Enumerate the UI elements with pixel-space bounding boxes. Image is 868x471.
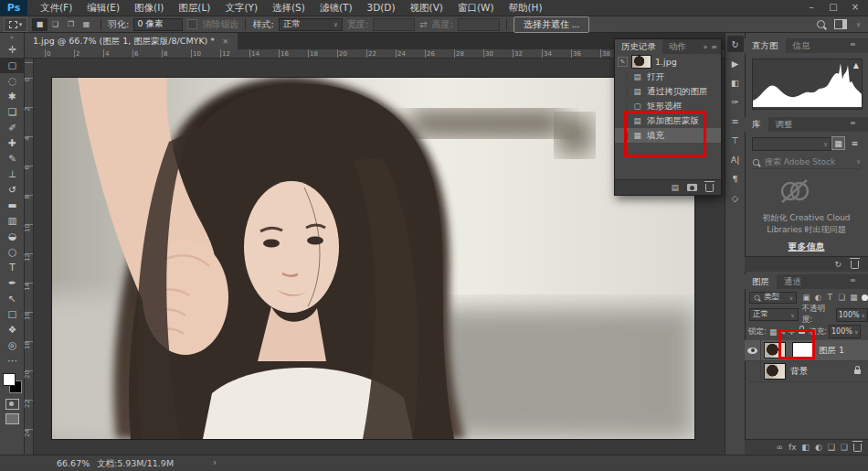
layer-thumbnail[interactable] (764, 363, 786, 380)
add-layer-mask-icon[interactable]: ◧ (801, 443, 810, 452)
clone-stamp-tool[interactable]: ⊥ (0, 166, 25, 182)
close-button[interactable]: × (844, 0, 866, 15)
subtract-selection-mode[interactable]: ❐ (63, 18, 79, 31)
filter-type-layers-icon[interactable]: T (824, 293, 835, 302)
library-select[interactable]: ∨ (752, 137, 831, 151)
menu-item[interactable]: 文字(Y) (217, 0, 265, 16)
history-panel-icon[interactable]: ↻ (727, 36, 744, 52)
character-panel-icon[interactable]: A| (727, 151, 744, 167)
lock-transparency-icon[interactable]: ▦ (769, 327, 777, 337)
panel-menu-icon[interactable]: ≡ (850, 119, 861, 127)
menu-item[interactable]: 文件(F) (33, 0, 79, 16)
status-flyout-icon[interactable]: › (213, 457, 217, 467)
history-item[interactable]: ▤ 通过拷贝的图层 (615, 84, 721, 99)
tab-info[interactable]: 信息 (786, 38, 818, 53)
delete-library-icon[interactable] (851, 261, 859, 269)
menu-item[interactable]: 选择(S) (265, 0, 312, 16)
maximize-button[interactable]: □ (822, 0, 844, 15)
feather-input[interactable] (133, 18, 183, 31)
foreground-color-swatch[interactable] (3, 373, 16, 386)
tab-actions[interactable]: 动作 (662, 39, 693, 54)
new-selection-mode[interactable]: ■ (32, 18, 48, 31)
delete-state-icon[interactable] (705, 184, 714, 192)
link-layers-icon[interactable]: ∞ (776, 443, 783, 452)
panel-menu-icon[interactable]: ≡ (711, 43, 717, 51)
tab-histogram[interactable]: 直方图 (745, 38, 786, 53)
menu-item[interactable]: 图层(L) (171, 0, 217, 16)
adjustment-layer-icon[interactable]: ◐ (815, 443, 822, 452)
history-source-checkbox[interactable] (619, 73, 628, 81)
tool-preset-picker[interactable]: ▾ (4, 17, 27, 32)
filter-smart-objects-icon[interactable]: ▦ (848, 293, 859, 302)
blur-tool[interactable]: ◒ (0, 229, 25, 244)
eyedropper-tool[interactable]: ✐ (0, 120, 25, 135)
type-tool[interactable]: T (0, 260, 25, 275)
filter-pixel-layers-icon[interactable]: ▣ (800, 293, 811, 302)
tab-adjustments[interactable]: 调整 (768, 117, 800, 132)
tool-presets-panel-icon[interactable]: ✑ (727, 93, 744, 110)
swap-width-height-icon[interactable]: ⇄ (419, 19, 427, 29)
stock-search-field[interactable]: 搜索 Adobe Stock ∨ (752, 155, 861, 169)
brush-tool[interactable]: ✎ (0, 151, 25, 166)
history-brush-tool[interactable]: ↺ (0, 182, 25, 198)
move-tool[interactable]: ✛ (0, 42, 25, 58)
new-snapshot-icon[interactable] (687, 184, 697, 191)
opacity-select[interactable]: 100% ∨ (836, 308, 868, 322)
collapse-panel-icon[interactable]: » (703, 43, 707, 51)
menu-item[interactable]: 3D(D) (359, 0, 402, 16)
height-input[interactable] (458, 18, 500, 31)
menu-item[interactable]: 图像(I) (127, 0, 171, 16)
rectangle-tool[interactable]: □ (0, 306, 25, 322)
select-and-mask-button[interactable]: 选择并遮住 ... (513, 16, 589, 33)
panel-menu-icon[interactable]: ≡ (850, 40, 861, 48)
history-brush-source-icon[interactable]: ✎ (618, 57, 628, 67)
new-document-from-state-icon[interactable]: ▤ (671, 183, 679, 192)
properties-panel-icon[interactable]: ≡ (727, 112, 744, 129)
close-tab-icon[interactable]: × (222, 37, 229, 46)
edit-toolbar-button[interactable]: ⋯ (0, 353, 25, 369)
eraser-tool[interactable]: ▬ (0, 198, 25, 213)
add-selection-mode[interactable]: ❏ (48, 18, 63, 31)
rectangular-marquee-tool[interactable]: ▢ (0, 58, 25, 73)
lasso-tool[interactable]: ◌ (0, 73, 25, 89)
layer-group-icon[interactable]: ❑ (828, 443, 835, 452)
search-icon[interactable] (817, 20, 825, 28)
delete-layer-icon[interactable] (853, 444, 862, 452)
3d-panel-icon[interactable]: ◇ (727, 189, 744, 206)
filter-adjustment-layers-icon[interactable]: ◐ (812, 293, 823, 302)
collapse-tools-icon[interactable]: » (0, 33, 24, 42)
filter-shape-layers-icon[interactable]: ❏ (836, 293, 847, 302)
new-layer-icon[interactable]: ❏ (841, 443, 848, 452)
adjustments-panel-icon[interactable]: ◧ (727, 74, 744, 91)
sync-libraries-icon[interactable]: ↻ (834, 260, 842, 269)
menu-item[interactable]: 窗口(W) (450, 0, 502, 16)
history-item[interactable]: ▤ 打开 (615, 70, 721, 84)
filter-toggle-icon[interactable] (862, 294, 868, 301)
menu-item[interactable]: 视图(V) (403, 0, 450, 16)
fill-select[interactable]: 100% ∨ (829, 325, 861, 338)
layer-row-background[interactable]: 背景 (745, 361, 868, 382)
paragraph-panel-icon[interactable]: ¶ (727, 170, 744, 187)
tab-libraries[interactable]: 库 (745, 117, 768, 132)
tab-channels[interactable]: 通道 (777, 274, 809, 289)
style-select[interactable]: 正常∨ (279, 18, 343, 31)
more-info-link[interactable]: 更多信息 (745, 241, 868, 253)
zoom-level-field[interactable]: 66.67% (57, 458, 90, 468)
panel-menu-icon[interactable]: ≡ (850, 276, 861, 284)
photo-canvas[interactable] (52, 78, 694, 439)
list-view-button[interactable]: ≡ (848, 136, 862, 150)
blend-mode-select[interactable]: 正常 ∨ (749, 308, 799, 321)
layer-visibility-toggle[interactable] (745, 340, 761, 360)
history-snapshot-row[interactable]: ✎ 1.jpg (615, 54, 721, 70)
pen-tool[interactable]: ✒ (0, 275, 25, 291)
menu-item[interactable]: 帮助(H) (502, 0, 550, 16)
workspace-switcher-icon[interactable] (834, 19, 847, 29)
menu-item[interactable]: 滤镜(T) (312, 0, 360, 16)
histogram-warning-icon[interactable]: ▲ (853, 61, 859, 70)
quick-mask-button[interactable] (5, 399, 19, 410)
tab-layers[interactable]: 图层 (745, 274, 777, 289)
quick-selection-tool[interactable]: ✱ (0, 89, 25, 104)
document-tab[interactable]: 1.jpg @ 66.7% (图层 1, 图层蒙版/8/CMYK) * × (25, 33, 238, 49)
clone-source-panel-icon[interactable]: ⊤ (727, 132, 744, 148)
zoom-tool[interactable]: ◎ (0, 337, 25, 353)
